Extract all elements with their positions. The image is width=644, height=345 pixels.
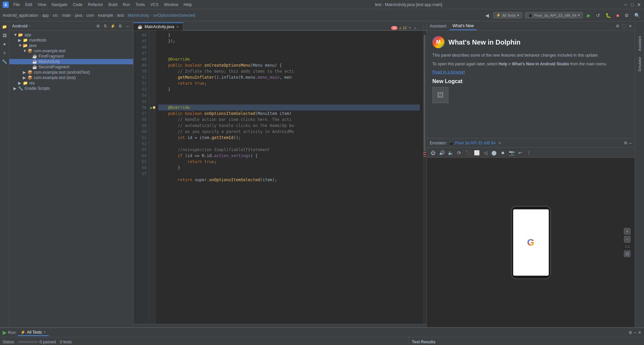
- back-nav-button[interactable]: ◁: [482, 149, 489, 156]
- assistant-expand-icon[interactable]: ⬛: [622, 24, 627, 28]
- bottom-minimize-icon[interactable]: ─: [634, 330, 637, 335]
- home-nav-button[interactable]: ⬤: [491, 149, 497, 156]
- device-dropdown[interactable]: 📱 Pixel_3a_API_33_x86_64 ▾: [525, 12, 583, 18]
- breadcrumb-test[interactable]: test: [117, 13, 124, 18]
- run-config-dropdown[interactable]: ⚡ All Tests ▾: [493, 12, 522, 18]
- back-button[interactable]: ◀: [484, 12, 490, 19]
- panel-sort-icon[interactable]: ⇅: [102, 23, 108, 29]
- fold-button[interactable]: ⬛: [465, 149, 471, 156]
- breadcrumb-app-module[interactable]: app: [42, 13, 49, 18]
- emulator-settings-icon[interactable]: ⚙: [624, 141, 628, 145]
- run-icon[interactable]: ▶: [3, 329, 7, 336]
- favorites-icon[interactable]: ★: [1, 40, 9, 48]
- menu-build[interactable]: Build: [106, 2, 119, 8]
- resource-manager-icon[interactable]: 🖼: [1, 31, 9, 40]
- breadcrumb-main[interactable]: main: [62, 13, 71, 18]
- read-in-browser-link[interactable]: Read in a browser: [432, 70, 629, 74]
- rotate-button[interactable]: ⟳: [456, 149, 463, 156]
- assistant-close-icon[interactable]: ✕: [629, 24, 632, 28]
- bottom-close-icon[interactable]: ✕: [638, 330, 641, 335]
- right-sidebar-assistant[interactable]: Assistant: [637, 35, 642, 53]
- menu-navigate[interactable]: Navigate: [50, 2, 69, 8]
- test-right-panel: Test Results 10/24 19:40:32: Launching '…: [409, 337, 644, 345]
- power-button[interactable]: ⏻: [430, 149, 436, 156]
- tab-options-icon[interactable]: ⋮: [421, 25, 425, 30]
- menu-vcs[interactable]: VCS: [148, 2, 161, 8]
- tree-item-manifests[interactable]: ▶ 📁 manifests: [9, 38, 133, 43]
- run-button[interactable]: ▶: [586, 12, 592, 19]
- menu-refactor[interactable]: Refactor: [86, 2, 105, 8]
- undo-button[interactable]: ↩: [517, 149, 524, 156]
- emulator-device-tab[interactable]: 📱 Pixel 3a API 33 x86 64: [449, 141, 495, 145]
- menu-view[interactable]: View: [36, 2, 48, 8]
- structure-icon[interactable]: ≡: [1, 49, 9, 57]
- breadcrumb-java[interactable]: java: [75, 13, 82, 18]
- menu-window[interactable]: Window: [162, 2, 180, 8]
- horizontal-scrollbar[interactable]: [133, 324, 427, 327]
- fold2-button[interactable]: ⬜: [473, 149, 480, 156]
- tab-close-icon[interactable]: ✕: [176, 25, 179, 29]
- code-view[interactable]: } }); @Override public boolean onCreateO…: [156, 31, 423, 324]
- tree-item-firstfragment[interactable]: ▶ ☕ FirstFragment: [9, 54, 133, 59]
- tree-item-app[interactable]: ▼ 📂 app: [9, 32, 133, 38]
- build-variants-icon[interactable]: 🔧: [1, 58, 9, 66]
- tree-item-res[interactable]: ▶ 📁 res: [9, 80, 133, 86]
- right-sidebar-emulator[interactable]: Emulator: [637, 55, 642, 73]
- debug-button[interactable]: 🐛: [604, 12, 612, 19]
- stop-button[interactable]: ■: [615, 12, 621, 19]
- tree-item-java[interactable]: ▼ 📂 java: [9, 43, 133, 48]
- android-dropdown-icon[interactable]: ▾: [29, 24, 31, 28]
- breadcrumb-mainactivity[interactable]: MainActivity: [128, 13, 149, 18]
- collapse-icon[interactable]: ▲: [413, 25, 417, 30]
- android-studio-logo: M: [432, 36, 444, 48]
- search-button[interactable]: 🔍: [633, 12, 641, 19]
- breadcrumb-src[interactable]: src: [53, 13, 58, 18]
- refresh-button[interactable]: ↺: [595, 12, 601, 19]
- menu-code[interactable]: Code: [71, 2, 85, 8]
- right-sidebar: Assistant Emulator: [635, 21, 644, 327]
- menu-file[interactable]: File: [11, 2, 22, 8]
- close-button[interactable]: ✕: [637, 2, 641, 7]
- zoom-out-button[interactable]: −: [624, 236, 631, 243]
- scroll-indicator[interactable]: [423, 31, 427, 324]
- tree-item-androidtest[interactable]: ▶ 📦 com.example.test (androidTest): [9, 70, 133, 75]
- tree-item-secondfragment[interactable]: ▶ ☕ SecondFragment: [9, 64, 133, 70]
- menu-tools[interactable]: Tools: [133, 2, 147, 8]
- more-options-icon[interactable]: ⋮: [526, 149, 532, 156]
- bottom-settings-icon[interactable]: ⚙: [629, 330, 632, 335]
- breadcrumb-method[interactable]: onOptionsItemSelected: [153, 13, 195, 18]
- bottom-tab-alltests[interactable]: ⚡ All Tests ✕: [18, 329, 48, 336]
- volume-up-button[interactable]: 🔊: [438, 149, 445, 156]
- settings-button[interactable]: ⚙: [623, 12, 630, 19]
- panel-settings-icon[interactable]: ⚙: [117, 23, 123, 29]
- minimize-button[interactable]: ─: [623, 2, 628, 7]
- expand-icon[interactable]: ▼: [408, 25, 412, 30]
- panel-gear-icon[interactable]: ⚙: [95, 23, 101, 29]
- fit-button[interactable]: ⊡: [624, 251, 631, 257]
- tree-item-package[interactable]: ▼ 📦 com.example.test: [9, 48, 133, 54]
- assistant-settings-icon[interactable]: ⚙: [616, 24, 620, 28]
- breadcrumb-app[interactable]: Android_application: [3, 13, 38, 18]
- zoom-in-button[interactable]: +: [624, 228, 631, 235]
- breadcrumb-example[interactable]: example: [98, 13, 113, 18]
- phone-screen[interactable]: G: [513, 209, 549, 276]
- stop-nav-button[interactable]: ■: [499, 149, 506, 156]
- menu-edit[interactable]: Edit: [23, 2, 34, 8]
- emulator-tab-close-icon[interactable]: ✕: [498, 141, 501, 145]
- menu-help[interactable]: Help: [181, 2, 194, 8]
- breadcrumb-com[interactable]: com: [86, 13, 94, 18]
- alltests-close-icon[interactable]: ✕: [43, 330, 46, 334]
- editor-tab-mainactivity[interactable]: ☕ MainActivity.java ✕: [133, 22, 183, 30]
- tree-item-mainactivity[interactable]: ▶ ☕ MainActivity: [9, 59, 133, 64]
- panel-filter-icon[interactable]: ⚡: [110, 23, 116, 29]
- emulator-minimize-icon[interactable]: ─: [629, 141, 632, 145]
- menu-run[interactable]: Run: [121, 2, 132, 8]
- maximize-button[interactable]: □: [630, 2, 635, 7]
- panel-close-icon[interactable]: ─: [124, 23, 130, 29]
- project-icon[interactable]: 📁: [1, 23, 9, 31]
- tree-item-gradle[interactable]: ▶ 🔧 Gradle Scripts: [9, 86, 133, 91]
- screenshot-button[interactable]: 📷: [508, 149, 515, 156]
- assistant-tab-whatsnew[interactable]: What's New: [450, 22, 477, 30]
- volume-down-button[interactable]: 🔈: [447, 149, 454, 156]
- tree-item-test[interactable]: ▶ 📦 com.example.test (test): [9, 75, 133, 80]
